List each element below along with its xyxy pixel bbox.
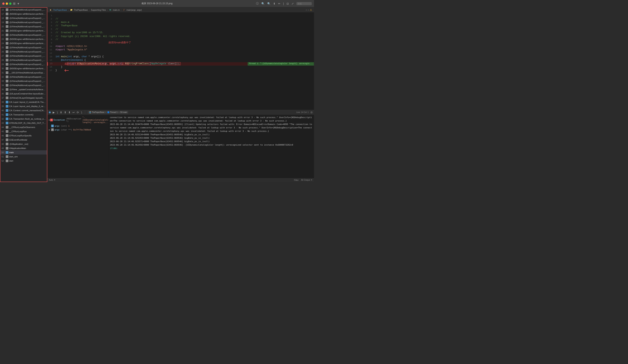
- close-button[interactable]: [2, 2, 4, 5]
- stack-item-label: -[UIView(AdditionalLayoutSupport) _updat…: [9, 63, 46, 66]
- search-zoom-in-icon[interactable]: 🔍: [267, 2, 270, 5]
- var-expand-icon[interactable]: ▶: [49, 129, 51, 131]
- stack-item-number: 21: [1, 30, 6, 32]
- debug-view-button[interactable]: ⟳: [77, 111, 79, 114]
- step-into2-button[interactable]: ⬇: [68, 111, 71, 114]
- stack-item[interactable]: 27 -[UIView(AdditionalLayoutSupport) _up…: [0, 54, 47, 58]
- stack-item[interactable]: 52 start: [0, 159, 47, 163]
- filter-label[interactable]: Filter: [294, 179, 299, 181]
- stack-item-number: 16: [1, 8, 6, 11]
- stack-item[interactable]: 33 -[UIView(AdditionalLayoutSupport) _up…: [0, 79, 47, 83]
- expand-icon[interactable]: ⤢: [292, 2, 294, 5]
- stack-item[interactable]: 28 -[UIView(AdditionalLayoutSupport) _up…: [0, 58, 47, 62]
- nav-forward-button[interactable]: ›: [308, 8, 309, 11]
- share-icon[interactable]: ⬆: [273, 2, 275, 5]
- var-expand-icon[interactable]: ▶: [49, 119, 50, 121]
- panel-icon[interactable]: ⊡: [287, 2, 289, 5]
- code-line: 3// main.m: [47, 21, 314, 24]
- code-line: 8//: [47, 38, 314, 42]
- breadcrumb-mainm[interactable]: main.m: [113, 9, 120, 11]
- stack-item[interactable]: 26 -[UIView(AdditionalLayoutSupport) _up…: [0, 50, 47, 54]
- thread-selector[interactable]: 🧵 ThePaperBase › 🔵 Thread 1 › 50 main: [88, 111, 128, 114]
- return-button[interactable]: ↩: [73, 111, 75, 114]
- stack-item[interactable]: 37 -[UIView(CALayerDelegate) layoutSubla…: [0, 96, 47, 100]
- simulate-button[interactable]: ⤵: [81, 111, 82, 114]
- stack-item[interactable]: 25 -[UIView(AdditionalLayoutSupport) _re…: [0, 45, 47, 50]
- console-line: 2023-06-28 21:14:46.925571+0800 ThePaper…: [110, 140, 313, 143]
- line-content: }: [54, 69, 314, 73]
- edit-icon[interactable]: ✏: [278, 2, 280, 5]
- stack-item-label: -[NSISEngine withBehaviors:performModifi…: [9, 42, 46, 44]
- line-number: 6: [47, 31, 54, 35]
- variable-item[interactable]: ▶ ! Exception (NSException *) "-(UIDynam…: [47, 116, 108, 124]
- step-over-button[interactable]: ⤵: [57, 111, 58, 114]
- stack-item[interactable]: 45 __CFRunLoopRun: [0, 129, 47, 134]
- search-zoom-out-icon[interactable]: 🔍: [261, 2, 265, 5]
- var-type: (char **): [61, 129, 72, 131]
- stack-item[interactable]: 19 -[UIView(AdditionalLayoutSupport) _up…: [0, 20, 47, 24]
- stack-item[interactable]: 44 __CFRunLoopDoObservers: [0, 125, 47, 129]
- window-controls: [2, 2, 11, 5]
- search-input[interactable]: [297, 2, 312, 5]
- stack-item[interactable]: 36 -[UILayoutContainerView layoutSubview…: [0, 92, 47, 96]
- stack-item[interactable]: 43 CFRUNLOOP_IS_CALLING_OUT_TO_AN_OBSERV…: [0, 121, 47, 125]
- debug-toolbar: ▶ ⤵ ⬇ ⬆ ⬇ ↩ ⟳ ⤵ 🧵 ThePaperBase › 🔵 Threa…: [47, 110, 314, 115]
- step-into-button[interactable]: ⬇: [60, 111, 62, 114]
- info-icon[interactable]: ⓘ: [256, 2, 259, 5]
- code-line: 6// Created by scar1900 on 15/7/15.: [47, 31, 314, 35]
- stack-item[interactable]: 24 -[NSISEngine withBehaviors:performMod…: [0, 41, 47, 45]
- stack-item[interactable]: 29 -[UIView(AdditionalLayoutSupport) _up…: [0, 62, 47, 66]
- variable-item[interactable]: ▶ * argv (char **) 0x7ff7bc7880e0: [47, 128, 108, 132]
- stack-item[interactable]: 48 -[UIApplication _run]: [0, 142, 47, 146]
- line-content: [54, 42, 314, 45]
- stack-item-number: 46: [1, 135, 6, 137]
- stack-item[interactable]: 31 __100-[UIView(AdditionalLayoutSupport…: [0, 71, 47, 75]
- stack-item[interactable]: 42 CA::Transaction::flush_as_runloop_obs…: [0, 117, 47, 121]
- stack-item-number: 43: [1, 122, 6, 124]
- stack-item-number: 48: [1, 143, 6, 145]
- stack-item[interactable]: 47 GSEventRunModal: [0, 138, 47, 142]
- variable-item[interactable]: i argc (int) 1: [47, 124, 108, 128]
- stack-item-number: 22: [1, 34, 6, 36]
- stack-item-icon: [6, 80, 8, 82]
- stack-item[interactable]: 40 CA::Context::commit_transaction(CA::T…: [0, 108, 47, 113]
- expand-debug-button[interactable]: ⊡: [311, 111, 313, 114]
- output-label[interactable]: All Output ✦: [301, 179, 313, 181]
- stack-item[interactable]: 30 -[NSISEngine withBehaviors:performMod…: [0, 66, 47, 71]
- stack-item[interactable]: 21 -[NSISEngine withBehaviors:performMod…: [0, 29, 47, 33]
- stack-item-label: -[NSISEngine withBehaviors:performModifi…: [9, 67, 46, 70]
- breadcrumb-function[interactable]: main(argc, argv): [127, 9, 142, 11]
- stack-item[interactable]: 23 -[NSISEngine withBehaviors:performMod…: [0, 37, 47, 41]
- sidebar-toggle-icon[interactable]: ⊞: [13, 2, 15, 5]
- layout-toggle-icon[interactable]: ▼: [17, 2, 20, 5]
- stack-item[interactable]: 32 -[UIView(AdditionalLayoutSupport) _wi…: [0, 75, 47, 79]
- stack-item[interactable]: 38 CA::Layer::layout_if_needed(CA::Trans…: [0, 100, 47, 104]
- breadcrumb-supporting[interactable]: Supporting Files: [91, 9, 106, 11]
- maximize-button[interactable]: [9, 2, 11, 5]
- stack-item-label: -[UIApplication _run]: [9, 143, 28, 145]
- stack-item-label: -[UIView(AdditionalLayoutSupport) _updat…: [9, 80, 46, 82]
- stack-item[interactable]: 22 -[UIView(AdditionalLayoutSupport) _re…: [0, 33, 47, 37]
- continue-button[interactable]: ▶: [53, 111, 55, 114]
- stack-item[interactable]: 50 main: [0, 150, 47, 154]
- stack-item-label: -[UIView _updateConstraintsAsNecessaryAn…: [9, 88, 46, 91]
- stack-item[interactable]: 34 -[UIView(AdditionalLayoutSupport) _up…: [0, 83, 47, 87]
- stack-item[interactable]: 46 CFRunLoopRunSpecific: [0, 134, 47, 138]
- stack-item[interactable]: 20 -[UIView(AdditionalLayoutSupport) _up…: [0, 24, 47, 29]
- stack-item[interactable]: 49 UIApplicationMain: [0, 146, 47, 150]
- breadcrumb-folder[interactable]: ThePaperBase: [74, 9, 88, 11]
- nav-back-button[interactable]: ‹: [306, 8, 307, 11]
- stack-item[interactable]: 39 CA::Layer::layout_and_display_if_need…: [0, 104, 47, 108]
- breadcrumb-project[interactable]: ThePaperBase: [53, 9, 67, 11]
- stack-item[interactable]: 18 -[UIView(AdditionalLayoutSupport) _re…: [0, 16, 47, 20]
- stack-item[interactable]: 35 -[UIView _updateConstraintsAsNecessar…: [0, 87, 47, 92]
- error-thread-label: Thread 1: "-[UIDynamicCatalogColor lengt…: [248, 62, 314, 66]
- stack-item[interactable]: 16 -[UIView(AdditionalLayoutSupport) _up…: [0, 8, 47, 12]
- step-out-button[interactable]: ⬆: [64, 111, 66, 114]
- stack-item-number: 44: [1, 126, 6, 128]
- stack-item[interactable]: 41 CA::Transaction::commit(): [0, 113, 47, 117]
- auto-label[interactable]: Auto ✦: [49, 179, 56, 181]
- stack-item[interactable]: 51 start_sim: [0, 154, 47, 159]
- minimize-button[interactable]: [6, 2, 8, 5]
- stack-item[interactable]: 17 -[NSISEngine withBehaviors:performMod…: [0, 12, 47, 16]
